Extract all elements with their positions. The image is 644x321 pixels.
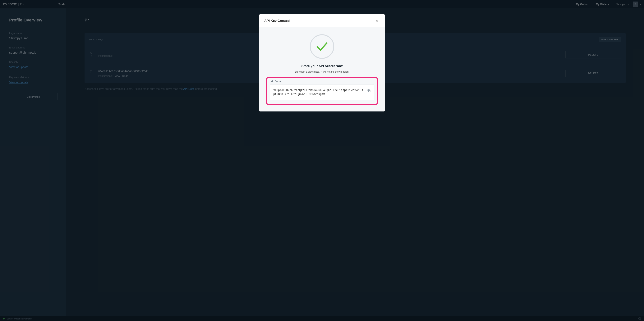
api-secret-label: API Secret [270, 80, 374, 83]
api-key-created-modal: API Key Created ✕ Store your API Secret … [259, 14, 385, 111]
close-icon[interactable]: ✕ [374, 18, 380, 23]
modal-subtitle: Store your API Secret Now [266, 64, 378, 68]
success-checkmark-icon [310, 34, 334, 59]
api-secret-box: xLHpAoEUO2Zh82m/QiYHl7aM87c/6KHAUqKs+k7e… [270, 84, 374, 100]
modal-hint: Store it in a safe place. It will not be… [266, 70, 378, 73]
modal-overlay[interactable]: API Key Created ✕ Store your API Secret … [0, 0, 644, 321]
copy-icon[interactable] [367, 89, 371, 93]
modal-title: API Key Created [264, 19, 290, 23]
api-secret-value[interactable]: xLHpAoEUO2Zh82m/QiYHl7aM87c/6KHAUqKs+k7e… [273, 88, 364, 96]
api-secret-highlight: API Secret xLHpAoEUO2Zh82m/QiYHl7aM87c/6… [266, 77, 378, 105]
